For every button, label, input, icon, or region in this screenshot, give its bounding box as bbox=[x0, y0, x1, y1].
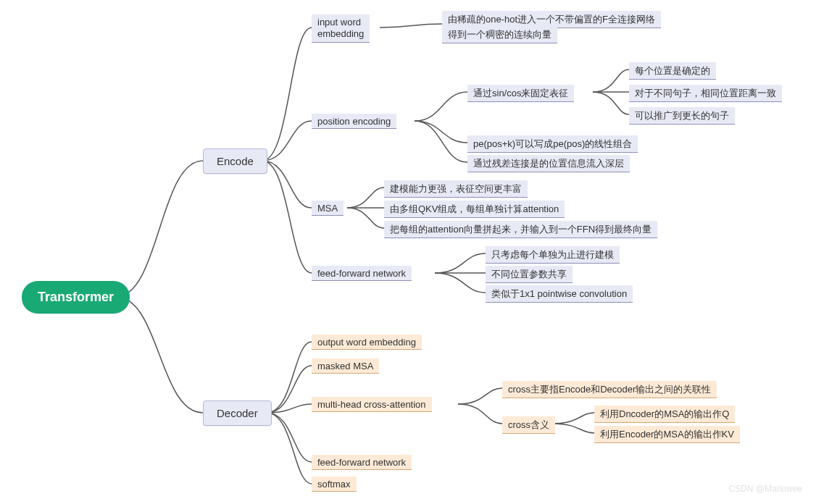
leaf-cross-p1: cross主要指Encode和Decoder输出之间的关联性 bbox=[502, 381, 717, 398]
node-ffn-encode[interactable]: feed-forward network bbox=[312, 266, 412, 281]
leaf-cross-meaning-0: 利用Dncoder的MSA的输出作Q bbox=[594, 406, 735, 423]
leaf-iwe-note-1: 得到一个稠密的连续向量 bbox=[442, 26, 557, 43]
leaf-pe-sin-0: 每个位置是确定的 bbox=[629, 62, 716, 80]
leaf-ffn-enc-1: 不同位置参数共享 bbox=[486, 266, 573, 283]
watermark: CSDN @Marlowee bbox=[728, 484, 802, 494]
branch-decoder[interactable]: Decoder bbox=[203, 400, 272, 426]
node-cross-attention[interactable]: multi-head cross-attention bbox=[312, 397, 432, 412]
node-position-encoding[interactable]: position encoding bbox=[312, 114, 396, 129]
node-masked-msa[interactable]: masked MSA bbox=[312, 358, 379, 374]
leaf-ffn-enc-0: 只考虑每个单独为止进行建模 bbox=[486, 246, 620, 264]
node-ffn-decode[interactable]: feed-forward network bbox=[312, 455, 412, 470]
leaf-ffn-enc-2: 类似于1x1 pointwise convolution bbox=[486, 285, 633, 303]
node-cross-meaning[interactable]: cross含义 bbox=[502, 416, 555, 434]
root-transformer[interactable]: Transformer bbox=[22, 281, 130, 314]
leaf-cross-meaning-1: 利用Encoder的MSA的输出作KV bbox=[594, 426, 740, 443]
leaf-msa-2: 把每组的attention向量拼起来，并输入到一个FFN得到最终向量 bbox=[384, 221, 657, 238]
leaf-pe-linear: pe(pos+k)可以写成pe(pos)的线性组合 bbox=[467, 135, 638, 153]
node-input-word-embedding[interactable]: input wordembedding bbox=[312, 14, 370, 43]
branch-encode[interactable]: Encode bbox=[203, 148, 267, 174]
label: input wordembedding bbox=[317, 17, 364, 39]
leaf-pe-sin[interactable]: 通过sin/cos来固定表征 bbox=[467, 85, 574, 102]
leaf-msa-1: 由多组QKV组成，每组单独计算attention bbox=[384, 201, 565, 218]
leaf-msa-0: 建模能力更强，表征空间更丰富 bbox=[384, 180, 528, 198]
leaf-pe-sin-2: 可以推广到更长的句子 bbox=[629, 107, 735, 125]
node-msa[interactable]: MSA bbox=[312, 201, 344, 216]
node-softmax[interactable]: softmax bbox=[312, 476, 357, 492]
leaf-pe-residual: 通过残差连接是的位置信息流入深层 bbox=[467, 155, 630, 172]
leaf-pe-sin-1: 对于不同句子，相同位置距离一致 bbox=[629, 85, 782, 102]
node-output-word-embedding[interactable]: output word embedding bbox=[312, 335, 422, 350]
